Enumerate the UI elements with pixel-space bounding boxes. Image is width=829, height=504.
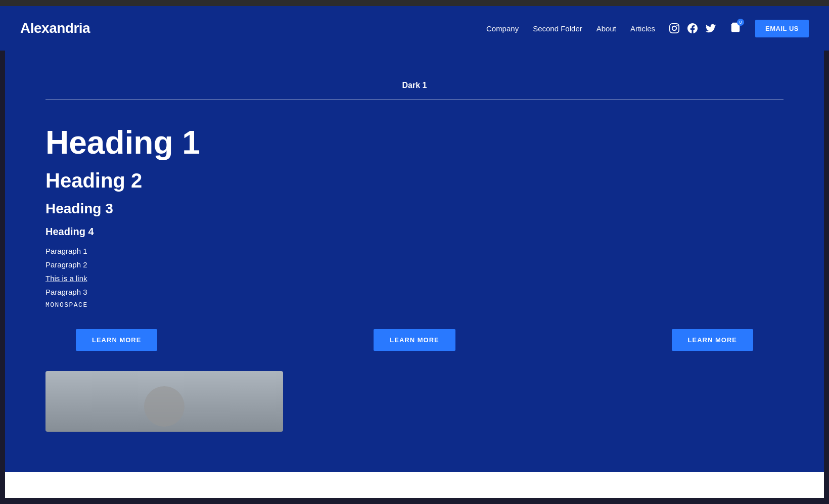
- nav-link-articles[interactable]: Articles: [630, 24, 655, 33]
- social-icons: [669, 23, 716, 33]
- paragraph-3: Paragraph 3: [45, 288, 784, 296]
- image-inner-1: [45, 371, 283, 432]
- heading-3: Heading 3: [45, 200, 784, 218]
- paragraph-2: Paragraph 2: [45, 260, 784, 269]
- twitter-icon[interactable]: [706, 23, 716, 33]
- facebook-icon[interactable]: [687, 23, 698, 33]
- page-wrapper: Dark 1 Heading 1 Heading 2 Heading 3 Hea…: [5, 51, 824, 498]
- image-row: [45, 371, 784, 432]
- heading-4: Heading 4: [45, 224, 784, 239]
- learn-more-button-1[interactable]: LEARN MORE: [76, 329, 157, 351]
- image-placeholder-1: [45, 371, 283, 432]
- heading-1: Heading 1: [45, 125, 784, 160]
- hero-section: Dark 1 Heading 1 Heading 2 Heading 3 Hea…: [5, 51, 824, 472]
- nav-link-company[interactable]: Company: [486, 24, 519, 33]
- section-divider: [45, 99, 784, 100]
- site-logo[interactable]: Alexandria: [20, 20, 90, 36]
- paragraph-1: Paragraph 1: [45, 247, 784, 255]
- browser-chrome: [0, 0, 829, 6]
- navbar-right: Company Second Folder About Articles: [486, 20, 809, 37]
- instagram-icon[interactable]: [669, 23, 679, 33]
- learn-more-button-3[interactable]: LEARN MORE: [672, 329, 753, 351]
- monospace-text: MONOSPACE: [45, 301, 784, 309]
- cart-badge: 0: [737, 19, 744, 26]
- navbar: Alexandria Company Second Folder About A…: [0, 6, 829, 51]
- email-us-button[interactable]: EMAIL US: [755, 20, 809, 37]
- section-label: Dark 1: [45, 81, 784, 90]
- heading-2: Heading 2: [45, 168, 784, 193]
- nav-link-about[interactable]: About: [596, 24, 616, 33]
- nav-link-second-folder[interactable]: Second Folder: [533, 24, 582, 33]
- cart-icon[interactable]: 0: [730, 22, 741, 35]
- buttons-row: LEARN MORE LEARN MORE LEARN MORE: [45, 329, 784, 351]
- link-text[interactable]: This is a link: [45, 274, 784, 283]
- learn-more-button-2[interactable]: LEARN MORE: [374, 329, 455, 351]
